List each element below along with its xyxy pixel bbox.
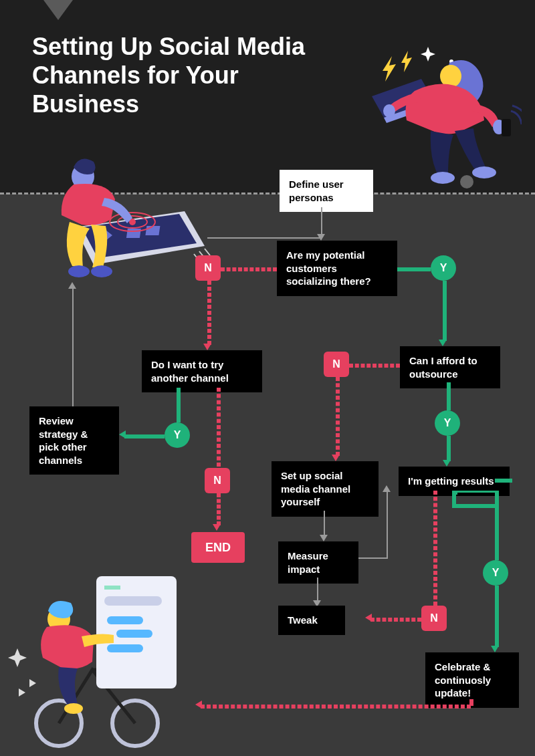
- svg-point-14: [68, 265, 90, 277]
- yes-badge: Y: [483, 560, 508, 586]
- connector-no: [221, 267, 277, 271]
- svg-point-15: [91, 265, 112, 277]
- node-label: Measure impact: [288, 550, 328, 575]
- arrow-icon: [383, 485, 391, 492]
- connector-no: [469, 699, 473, 706]
- connector-yes: [124, 434, 165, 438]
- arrow-icon: [203, 344, 211, 350]
- svg-rect-3: [502, 119, 511, 136]
- badge-label: N: [332, 358, 340, 370]
- svg-rect-19: [104, 586, 120, 590]
- badge-label: N: [213, 475, 221, 487]
- connector-no: [433, 491, 437, 606]
- node-another-channel-question: Do I want to try another channel: [142, 350, 262, 392]
- person-tablet-illustration: [27, 147, 221, 294]
- arrow-icon: [320, 535, 328, 541]
- node-label: Can I afford to outsource: [409, 355, 477, 380]
- connector-yes: [508, 479, 512, 483]
- connector-yes: [452, 504, 496, 508]
- connector: [317, 578, 318, 603]
- node-review-strategy: Review strategy & pick other channels: [29, 406, 119, 475]
- badge-label: Y: [440, 262, 447, 274]
- connector: [358, 557, 388, 559]
- badge-label: N: [204, 262, 212, 274]
- down-triangle-icon: [43, 0, 73, 20]
- arrow-icon: [213, 524, 221, 531]
- node-label: Are my potential customers socializing t…: [286, 249, 371, 287]
- arrow-icon: [332, 455, 340, 461]
- badge-label: END: [205, 541, 231, 555]
- node-label: Celebrate & continuosly update!: [435, 661, 491, 699]
- arrow-icon: [443, 460, 451, 467]
- no-badge: N: [195, 255, 221, 281]
- badge-label: N: [430, 612, 438, 624]
- svg-rect-22: [116, 630, 152, 638]
- node-define-personas: Define user personas: [280, 170, 373, 212]
- connector-yes: [447, 382, 451, 410]
- connector: [207, 237, 322, 239]
- connector-yes: [495, 491, 499, 560]
- node-setup-yourself: Set up social media channel yourself: [272, 461, 379, 517]
- connector-yes: [397, 267, 431, 271]
- connector-no: [217, 493, 221, 525]
- arrow-icon: [119, 430, 126, 438]
- node-socializing-question: Are my potential customers socializing t…: [277, 241, 397, 296]
- connector-yes: [495, 586, 499, 647]
- node-label: Define user personas: [289, 178, 344, 203]
- connector-no: [349, 364, 400, 368]
- yes-badge: Y: [435, 410, 460, 436]
- svg-point-6: [472, 166, 496, 178]
- person-laptop-phone-illustration: [348, 39, 522, 193]
- svg-rect-8: [126, 229, 141, 238]
- connector-yes: [495, 479, 510, 483]
- node-measure-impact: Measure impact: [278, 541, 358, 584]
- arrow-icon: [68, 282, 76, 289]
- node-label: Review strategy & pick other channels: [39, 415, 88, 466]
- svg-rect-21: [107, 616, 143, 624]
- arrow-icon: [365, 614, 372, 622]
- no-badge: N: [421, 606, 447, 631]
- badge-label: Y: [444, 417, 451, 429]
- yes-badge: Y: [431, 255, 456, 281]
- arrow-icon: [317, 234, 325, 241]
- svg-point-25: [64, 703, 83, 714]
- connector-no: [370, 618, 421, 622]
- connector: [387, 491, 388, 559]
- connector-yes: [177, 388, 181, 422]
- no-badge: N: [324, 352, 349, 377]
- badge-label: Y: [492, 567, 500, 579]
- node-label: I'm getting results: [408, 475, 494, 487]
- page-title: Setting Up Social Media Channels for You…: [32, 32, 320, 119]
- end-badge: END: [191, 532, 245, 563]
- svg-point-7: [460, 175, 473, 188]
- person-bike-screen-illustration: [7, 555, 201, 755]
- connector-yes: [447, 436, 451, 461]
- connector: [324, 511, 325, 537]
- svg-rect-20: [104, 596, 162, 606]
- connector: [321, 207, 322, 237]
- connector-no: [201, 705, 471, 709]
- connector-no: [336, 377, 340, 456]
- connector-yes: [452, 491, 456, 504]
- connector-yes: [453, 491, 496, 493]
- arrow-icon: [195, 701, 202, 709]
- connector-yes: [443, 281, 447, 341]
- node-tweak: Tweak: [278, 606, 345, 635]
- arrow-icon: [439, 340, 447, 346]
- badge-label: Y: [174, 429, 181, 441]
- yes-badge: Y: [165, 422, 190, 448]
- no-badge: N: [205, 468, 230, 493]
- svg-point-4: [383, 104, 395, 118]
- svg-rect-23: [107, 644, 143, 652]
- node-label: Do I want to try another channel: [151, 359, 229, 384]
- svg-rect-9: [145, 226, 160, 235]
- connector-no: [207, 281, 211, 345]
- connector: [72, 287, 74, 406]
- node-label: Set up social media channel yourself: [281, 470, 350, 507]
- connector-no: [217, 388, 221, 467]
- arrow-icon: [491, 646, 499, 652]
- node-label: Tweak: [288, 614, 318, 626]
- svg-point-5: [431, 172, 455, 184]
